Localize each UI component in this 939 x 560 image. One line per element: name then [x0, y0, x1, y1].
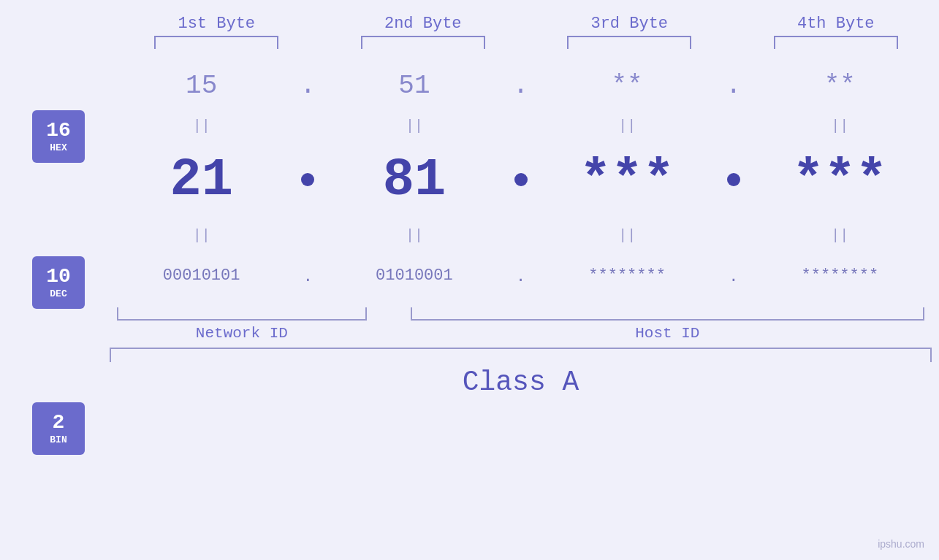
eq2-b3: || — [536, 227, 719, 244]
dec-dot1-circle — [301, 173, 314, 186]
equals1-b4: || — [831, 118, 848, 134]
hex-b4-cell: ** — [748, 71, 932, 101]
eq1-b3: || — [536, 118, 719, 134]
host-id-cell: Host ID — [403, 325, 932, 342]
bin-dot2: . — [506, 264, 536, 287]
data-rows: 15 . 51 . ** . ** — [102, 56, 939, 560]
bottom-brackets — [110, 307, 932, 321]
network-id-cell: Network ID — [110, 325, 374, 342]
bin-badge-num: 2 — [53, 413, 65, 433]
bracket2 — [320, 36, 527, 49]
byte1-header: 1st Byte — [113, 15, 320, 33]
eq1-b2: || — [322, 118, 506, 134]
bin-badge: 2 BIN — [32, 402, 85, 455]
dec-b4-value: *** — [793, 150, 888, 210]
bracket1 — [113, 36, 320, 49]
dec-b1-cell: 21 — [110, 150, 293, 210]
hex-dot3: . — [719, 71, 748, 101]
class-label-row: Class A — [110, 367, 932, 398]
dec-b3-cell: *** — [536, 150, 719, 210]
dec-badge-num: 10 — [46, 266, 71, 287]
bin-b2-cell: 01010001 — [322, 266, 506, 285]
top-bracket-row — [0, 36, 939, 49]
bin-b3-value: ******** — [588, 266, 666, 285]
eq1-b4: || — [748, 118, 932, 134]
network-id-label: Network ID — [196, 325, 288, 342]
bin-dot3: . — [719, 264, 748, 287]
hex-badge: 16 HEX — [32, 110, 85, 163]
bracket2-line — [361, 36, 485, 49]
bin-b1-cell: 00010101 — [110, 266, 293, 285]
bracket1-line — [154, 36, 278, 49]
dec-b1-value: 21 — [170, 150, 232, 210]
big-bottom-bracket — [110, 348, 932, 362]
bin-dot1: . — [293, 264, 322, 287]
hex-badge-label: HEX — [50, 142, 66, 153]
bin-b4-cell: ******** — [748, 266, 932, 285]
byte-headers: 1st Byte 2nd Byte 3rd Byte 4th Byte — [0, 15, 939, 33]
hex-badge-num: 16 — [46, 120, 71, 141]
hex-dot2: . — [506, 71, 536, 101]
bin-b4-value: ******** — [802, 266, 879, 285]
dec-b3-value: *** — [579, 150, 674, 210]
network-bracket-wrap — [110, 307, 374, 321]
bracket3 — [526, 36, 733, 49]
equals1-b2: || — [406, 118, 423, 134]
dec-dot3-circle — [727, 173, 740, 186]
bracket4-line — [774, 36, 898, 49]
eq1-b1: || — [110, 118, 293, 134]
host-bracket-line — [411, 307, 924, 321]
byte2-header: 2nd Byte — [320, 15, 527, 33]
byte4-header: 4th Byte — [733, 15, 940, 33]
bin-b3-cell: ******** — [536, 266, 719, 285]
badges-column: 16 HEX 10 DEC 2 BIN — [0, 56, 102, 560]
hex-b2-value: 51 — [398, 71, 430, 101]
hex-b3-value: ** — [612, 71, 643, 101]
equals1-b3: || — [618, 118, 636, 134]
hex-b2-cell: 51 — [322, 71, 506, 101]
dec-b4-cell: *** — [748, 150, 932, 210]
bin-b2-value: 01010001 — [376, 266, 453, 285]
main-container: 1st Byte 2nd Byte 3rd Byte 4th Byte 16 H… — [0, 0, 939, 560]
equals2-b2: || — [406, 227, 423, 244]
equals2-b1: || — [193, 227, 210, 244]
host-id-label: Host ID — [635, 325, 699, 342]
hex-b3-cell: ** — [536, 71, 719, 101]
dec-badge: 10 DEC — [32, 256, 85, 309]
eq2-b2: || — [322, 227, 506, 244]
dec-row: 21 81 *** *** — [110, 137, 932, 224]
bin-row: 00010101 . 01010001 . ******** . — [110, 246, 932, 304]
hex-b1-cell: 15 — [110, 71, 293, 101]
equals-row2: || || || || — [110, 224, 932, 246]
id-labels: Network ID Host ID — [110, 325, 932, 342]
hex-b1-value: 15 — [186, 71, 217, 101]
host-bracket-wrap — [403, 307, 932, 321]
dec-dot2-circle — [514, 173, 528, 186]
dec-b2-value: 81 — [383, 150, 446, 210]
eq2-b4: || — [748, 227, 932, 244]
network-bracket-line — [117, 307, 367, 321]
watermark: ipshu.com — [878, 538, 924, 550]
equals1-b1: || — [193, 118, 210, 134]
bin-badge-label: BIN — [50, 434, 66, 445]
content: 16 HEX 10 DEC 2 BIN 15 . — [0, 49, 939, 560]
bin-b1-value: 00010101 — [163, 266, 240, 285]
eq2-b1: || — [110, 227, 293, 244]
bracket3-line — [567, 36, 691, 49]
hex-row: 15 . 51 . ** . ** — [110, 56, 932, 115]
hex-b4-value: ** — [824, 71, 856, 101]
class-label: Class A — [463, 367, 579, 398]
equals2-b3: || — [618, 227, 636, 244]
dec-dot1 — [293, 169, 322, 192]
dec-dot2 — [506, 169, 536, 192]
byte3-header: 3rd Byte — [526, 15, 733, 33]
equals2-b4: || — [831, 227, 848, 244]
dec-badge-label: DEC — [50, 288, 66, 299]
equals-row1: || || || || — [110, 115, 932, 137]
big-bracket-line — [110, 348, 932, 362]
bracket4 — [733, 36, 940, 49]
hex-dot1: . — [293, 71, 322, 101]
dec-dot3 — [719, 169, 748, 192]
dec-b2-cell: 81 — [322, 150, 506, 210]
